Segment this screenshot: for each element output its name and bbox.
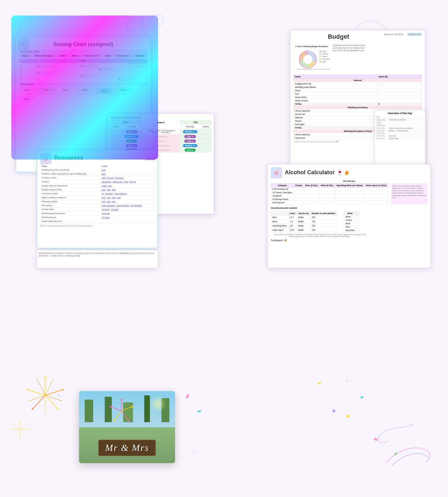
budget-description: Update the items list with anything extr… <box>333 44 370 72</box>
alcohol-row-4: 4/5 Going hard <box>271 201 388 204</box>
table-6: Table 6 <box>115 88 132 94</box>
svg-line-11 <box>37 378 45 395</box>
confetti-1 <box>374 438 378 441</box>
priority-table: Hers Aspect His Notes Priority Prior <box>110 120 212 152</box>
seating-logo <box>18 39 29 50</box>
his-priority-col: Priority <box>180 125 200 129</box>
schedule-list: 8:00 9:00-12:00Hair & Makeup & Others 12… <box>376 116 424 140</box>
alcohol-sheet: Alcohol Calculator 🍷🍺 Per Person Categor… <box>267 164 431 268</box>
schedule-row-1: 8:00 <box>376 116 424 119</box>
schedule-row-8: 18:00-19:00Speeches <box>376 135 424 137</box>
res-row-14: Flower Alternatives for <box>40 219 155 223</box>
schedule-row-4: 1:00 ??:21 <box>376 124 424 127</box>
res-row-1: Wedding Day Do's and Don'ts Link <box>40 168 155 172</box>
res-row-8: Digital wedding invitations Link Link Li… <box>40 196 155 200</box>
confetti-bottom-3 <box>332 409 336 413</box>
svg-point-16 <box>27 389 29 391</box>
schedule-row-7: 16:00-18:00 <box>376 132 424 135</box>
photo-sheet: Mr & Mrs <box>79 391 175 463</box>
table-7: Table 7 <box>19 97 36 101</box>
res-row-11: Activity Ideas 22 ideas 30 ideas <box>40 208 155 212</box>
svg-line-4 <box>45 395 58 409</box>
schedule-row-6: 15:30-16:00Wedding - Cultural traditions <box>376 130 424 132</box>
confetti-bottom-4 <box>318 382 321 385</box>
alcohol-disclaimer: If you want to calculate the number of b… <box>271 234 370 237</box>
deco-swirl-bottom <box>363 418 420 446</box>
res-row-3: Finding a venue USA Europe Germany <box>40 176 155 180</box>
confetti-3 <box>346 414 350 418</box>
svg-text:Other: Other <box>322 61 326 63</box>
res-row-2: Priorities: what's important for your we… <box>40 172 155 176</box>
resources-comment[interactable]: Comment <box>145 158 155 160</box>
resources-title: Resources <box>54 154 83 161</box>
budget-pie-chart: A Year of Wedding Budget Breakdown Venue… <box>293 44 330 72</box>
svg-point-14 <box>57 408 59 410</box>
svg-rect-23 <box>319 53 321 55</box>
res-row-9: Wedding website Link Link Link <box>40 200 155 204</box>
deco-star-br: ★ <box>345 378 349 384</box>
deco-heart-3: ♥ <box>322 365 324 370</box>
deco-firework-left <box>23 373 68 418</box>
svg-text:Catering: Catering <box>322 53 328 55</box>
budget-max: Maximum: $XXXXX Spent so far <box>384 33 422 36</box>
alcohol-logo <box>271 167 282 178</box>
svg-line-8 <box>45 395 62 401</box>
alcohol-results-tables: Litres Unit (in ml) Number of units (bot… <box>271 212 428 232</box>
svg-point-12 <box>44 376 46 378</box>
guest-dad: Dad <box>344 225 359 229</box>
deco-star-bottom-1: ★ <box>56 392 61 398</box>
res-row-4: Vendors Worldwide Abbreviate USA Europe <box>40 180 155 184</box>
guest-bm: Best Man <box>344 229 359 232</box>
confetti-bottom-2 <box>197 410 201 413</box>
res-beer: Beer19.7Bottle330 <box>271 215 337 219</box>
alcohol-col-category: Category <box>271 184 294 188</box>
alcohol-row-0: 0 Not drinking at all <box>271 188 388 191</box>
svg-line-7 <box>45 378 54 395</box>
priority-quiz-link[interactable]: Take this prioritisation QUIZ <box>110 116 212 119</box>
svg-point-15 <box>32 408 33 410</box>
table-2: Table 2 <box>38 88 55 94</box>
svg-point-13 <box>62 389 64 391</box>
svg-text:Flowers: Flowers <box>322 56 327 57</box>
deco-heart-2: ♥ <box>212 56 215 62</box>
resources-logo <box>40 153 51 164</box>
res-row-13: Wedding favors 15 ideas <box>40 215 155 219</box>
deco-star-yellow <box>8 418 31 441</box>
table-3: Table 3 <box>57 88 74 94</box>
res-row-7: Ceremony scripts AI Christian Non-religi… <box>40 192 155 196</box>
resources-items-table: Topic Links Wedding Day Do's and Don'ts … <box>40 164 155 223</box>
his-notes-col: Notes <box>200 125 211 129</box>
alcohol-row-1: 1/2 Cheery / small glass <box>271 191 388 194</box>
seating-chart-title: Seating Chart (assigned) <box>19 40 148 47</box>
alcohol-results-section: Overall amounts needed Litres Unit (in m… <box>271 207 428 232</box>
svg-line-6 <box>28 390 45 395</box>
svg-rect-27 <box>319 58 321 60</box>
deco-swirl-br <box>383 435 434 469</box>
hers-notes-col: Notes <box>110 125 121 129</box>
svg-text:A Year of Wedding Budget Break: A Year of Wedding Budget Breakdown <box>295 45 328 48</box>
res-row-5: Design styles & Inspirations Links Link <box>40 184 155 188</box>
deco-star-bottom-2: ★ <box>388 408 392 412</box>
svg-rect-21 <box>319 51 321 52</box>
confetti-6 <box>394 452 397 455</box>
svg-line-45 <box>13 422 27 436</box>
alcohol-row-3: 3/4 Average drinker <box>271 198 388 201</box>
aspect-col <box>142 125 180 129</box>
priority-row-3: Low ▼ Guest details... High ▼ <box>110 139 212 143</box>
seating-notes: Seating ChartUse this sheet to assign yo… <box>128 60 148 69</box>
guest-mom: Mom <box>344 222 359 225</box>
svg-text:Venue: Venue <box>322 51 326 52</box>
per-person-label: Per Person <box>271 180 428 182</box>
schedule-title: Overview of the Day <box>376 112 424 115</box>
priority-row-1: High ▼ Vendors: Venue, Photographers,Mak… <box>110 129 212 134</box>
priority-row-4: High ▼ Honeymoon planning... Medium ▼ <box>110 143 212 148</box>
res-row-6: Design seating charts Link Link Link <box>40 188 155 192</box>
schedule-row-3: 12:00 <box>376 121 424 124</box>
seating-header-table: Name Bride + Bridesmaid Father Mother Br… <box>19 54 148 58</box>
svg-line-5 <box>32 395 45 409</box>
schedule-row-5: 15:00-15:25Arrive at ceremony venue (gro… <box>376 127 424 130</box>
alcohol-col-beer: Beer (0.33L) <box>304 184 319 188</box>
resources-col-topic: Topic <box>40 164 100 168</box>
schedule-row-2: 9:00-12:00Hair & Makeup & Others <box>376 119 424 121</box>
resources-col-links: Links <box>100 164 155 168</box>
